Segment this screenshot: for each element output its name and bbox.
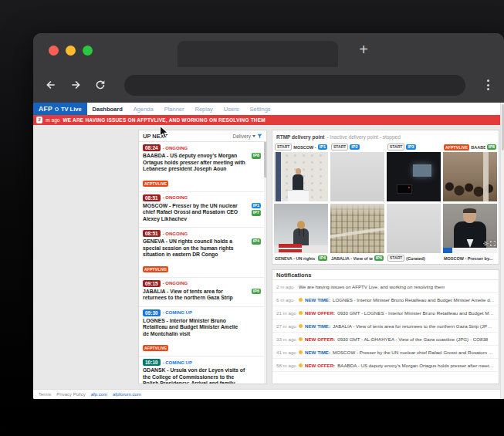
alert-dot-icon: [299, 337, 303, 341]
up-next-header: UP NEXT Delivery: [139, 130, 266, 142]
notification-item[interactable]: 58 m ago NEW OFFER: BAABDA - US deputy e…: [272, 359, 499, 372]
nav-item-replay[interactable]: Replay: [190, 103, 218, 115]
notification-item[interactable]: 2 m ago We are having issues on AFPTV Li…: [272, 280, 499, 293]
feed-label: BAABDA - US deputy e...: [471, 145, 485, 150]
settings-icon[interactable]: [483, 241, 489, 246]
video-thumbnail[interactable]: [387, 204, 441, 253]
ip-badge: IP2: [350, 144, 359, 150]
feed-label: MOSCOW - Presser by t...: [293, 145, 316, 150]
footer-link-afp[interactable]: afp.com: [91, 392, 107, 397]
ip-badge: IP1: [318, 144, 327, 150]
notification-prefix: NEW OFFER:: [305, 363, 335, 368]
browser-tab[interactable]: [178, 41, 338, 67]
notification-time: 33 m ago: [276, 336, 296, 342]
afp-tvlive-logo[interactable]: AFP TV Live: [33, 103, 87, 115]
brand-afp-label: AFP: [39, 105, 52, 113]
item-title: GENEVA - UN rights council holds a speci…: [143, 238, 245, 259]
footer-link-terms[interactable]: Terms: [39, 392, 51, 397]
time-badge: 09:15: [143, 280, 161, 287]
afptvlive-tag: AFPTVLIVE: [444, 144, 469, 150]
page-scrollbar[interactable]: [500, 103, 504, 399]
start-button[interactable]: START: [387, 255, 404, 262]
delivery-badge: IP8: [252, 153, 261, 159]
time-badge: 10:10: [143, 359, 161, 366]
time-badge: 09:30: [143, 309, 161, 316]
app-navbar: AFP TV Live Dashboard Agenda Planner Rep…: [33, 103, 504, 115]
delivery-point-cell: MOSCOW - Presser by...: [443, 204, 497, 262]
video-thumbnail[interactable]: [387, 152, 441, 201]
schedule-item[interactable]: 09:15- ONGOING JABALIA - View of tents a…: [139, 278, 264, 307]
schedule-item[interactable]: 08:51- ONGOING GENEVA - UN rights counci…: [139, 228, 264, 278]
ip-badge: IP3: [406, 144, 415, 150]
fullscreen-icon[interactable]: [490, 241, 496, 246]
video-thumbnail[interactable]: [274, 152, 328, 201]
notification-time: 58 m ago: [276, 363, 296, 368]
schedule-item[interactable]: 10:10- COMING UP GDANSK - Ursula von der…: [139, 357, 264, 384]
notification-time: 6 m ago: [276, 297, 296, 302]
reload-button[interactable]: [93, 78, 107, 92]
minimize-button[interactable]: [66, 46, 76, 56]
alert-dot-icon: [299, 350, 303, 354]
new-tab-button[interactable]: +: [353, 39, 374, 59]
video-thumbnail[interactable]: [330, 204, 384, 253]
notification-text: LOGNES - Interior Minister Bruno Retaill…: [333, 297, 495, 302]
delivery-filter[interactable]: Delivery: [233, 134, 262, 139]
video-thumbnail[interactable]: [330, 152, 384, 201]
filter-icon: [257, 134, 262, 139]
back-arrow-icon: [45, 79, 57, 91]
page-footer: Terms Privacy Policy afp.com afpforum.co…: [33, 389, 504, 399]
notifications-panel: Notifications 2 m ago We are having issu…: [272, 269, 499, 384]
alert-banner: 2 m ago WE ARE HAVING ISSUES ON AFPTVLIV…: [33, 115, 504, 125]
footer-link-afpforum[interactable]: afpforum.com: [113, 392, 141, 397]
video-thumbnail[interactable]: [443, 204, 497, 253]
schedule-item[interactable]: 08:51- ONGOING MOSCOW - Presser by the U…: [139, 192, 264, 228]
notification-item[interactable]: 21 m ago NEW OFFER: 0930 GMT - LOGNES - …: [272, 306, 499, 319]
alert-dot-icon: [299, 363, 303, 367]
notification-time: 41 m ago: [276, 350, 296, 355]
brand-product-label: TV Live: [61, 106, 82, 113]
nav-item-agenda[interactable]: Agenda: [128, 103, 159, 115]
video-thumbnail[interactable]: [274, 204, 328, 253]
list-scrollbar[interactable]: [264, 142, 266, 384]
afptvlive-tag: AFPTVLIVE: [143, 266, 168, 272]
maximize-button[interactable]: [83, 46, 93, 56]
notification-item[interactable]: 6 m ago NEW TIME: LOGNES - Interior Mini…: [272, 293, 499, 306]
schedule-item[interactable]: 08:24- ONGOING BAABDA - US deputy envoy'…: [139, 142, 264, 192]
time-badge: 08:51: [143, 194, 161, 201]
item-title: LOGNES - Interior Minister Bruno Retaill…: [143, 318, 245, 338]
status-label: - ONGOING: [163, 195, 188, 200]
forward-button[interactable]: [69, 78, 83, 92]
footer-link-privacy[interactable]: Privacy Policy: [56, 392, 85, 397]
notification-item[interactable]: 33 m ago NEW OFFER: 0930 GMT - AL-DHAHYE…: [272, 333, 499, 346]
time-badge: 08:51: [143, 230, 161, 237]
item-title: BAABDA - US deputy envoy's Morgan Ortagu…: [143, 153, 245, 173]
nav-item-planner[interactable]: Planner: [159, 103, 190, 115]
address-bar[interactable]: [124, 75, 465, 96]
reload-icon: [94, 79, 107, 91]
nav-item-settings[interactable]: Settings: [244, 103, 276, 115]
scrollbar-thumb[interactable]: [264, 142, 266, 177]
globe-dot-icon: [55, 107, 59, 111]
notification-item[interactable]: 41 m ago NEW TIME: MOSCOW - Presser by t…: [272, 346, 499, 359]
notification-item[interactable]: 27 m ago NEW TIME: JABALIA - View of ten…: [272, 319, 499, 333]
status-label: - ONGOING: [163, 146, 188, 150]
video-thumbnail[interactable]: [443, 152, 497, 201]
start-button[interactable]: START: [331, 144, 348, 150]
up-next-list: 08:24- ONGOING BAABDA - US deputy envoy'…: [139, 142, 266, 384]
nav-item-dashboard[interactable]: Dashboard: [87, 103, 128, 115]
notification-text: 0930 GMT - AL-DHAHYEA - View of the Gaza…: [337, 336, 488, 342]
schedule-item[interactable]: 09:30- COMING UP LOGNES - Interior Minis…: [139, 307, 264, 357]
feed-label: MOSCOW - Presser by...: [444, 256, 496, 261]
start-button[interactable]: START: [275, 144, 292, 150]
close-button[interactable]: [49, 46, 59, 56]
start-button[interactable]: START: [387, 144, 404, 150]
browser-menu-button[interactable]: [482, 79, 493, 90]
notification-prefix: NEW TIME:: [305, 297, 330, 302]
notification-prefix: NEW OFFER:: [305, 310, 335, 316]
alert-message: WE ARE HAVING ISSUES ON AFPTVLIVE, AND W…: [63, 117, 265, 123]
back-button[interactable]: [44, 78, 58, 92]
ip-badge: IP6: [374, 255, 384, 262]
nav-item-users[interactable]: Users: [218, 103, 245, 115]
status-label: - COMING UP: [163, 310, 192, 315]
notification-time: 27 m ago: [276, 323, 296, 329]
